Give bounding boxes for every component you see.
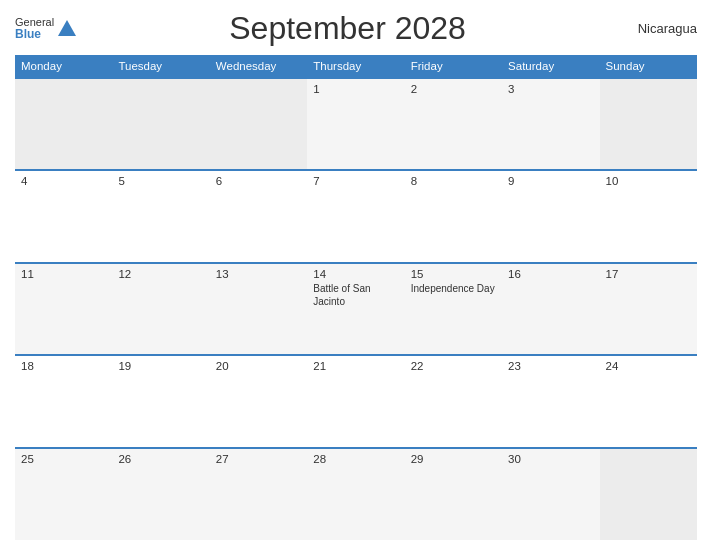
logo-text: General Blue (15, 16, 54, 41)
day-number: 2 (411, 83, 496, 95)
calendar-cell (15, 78, 112, 170)
calendar-cell: 18 (15, 355, 112, 447)
day-number: 3 (508, 83, 593, 95)
col-thursday: Thursday (307, 55, 404, 78)
col-wednesday: Wednesday (210, 55, 307, 78)
calendar-week-2: 45678910 (15, 170, 697, 262)
calendar-cell: 5 (112, 170, 209, 262)
day-number: 17 (606, 268, 691, 280)
calendar-cell: 1 (307, 78, 404, 170)
logo: General Blue (15, 16, 78, 41)
day-number: 25 (21, 453, 106, 465)
calendar-cell: 8 (405, 170, 502, 262)
calendar-cell (600, 448, 697, 540)
calendar-cell: 23 (502, 355, 599, 447)
calendar-week-1: 123 (15, 78, 697, 170)
calendar-cell: 4 (15, 170, 112, 262)
day-number: 26 (118, 453, 203, 465)
day-number: 22 (411, 360, 496, 372)
calendar-cell: 21 (307, 355, 404, 447)
day-number: 18 (21, 360, 106, 372)
day-number: 10 (606, 175, 691, 187)
calendar-cell (210, 78, 307, 170)
day-number: 23 (508, 360, 593, 372)
day-number: 13 (216, 268, 301, 280)
col-monday: Monday (15, 55, 112, 78)
day-number: 4 (21, 175, 106, 187)
svg-marker-0 (58, 20, 76, 36)
calendar-cell: 26 (112, 448, 209, 540)
day-number: 21 (313, 360, 398, 372)
calendar-table: Monday Tuesday Wednesday Thursday Friday… (15, 55, 697, 540)
calendar-cell (112, 78, 209, 170)
day-number: 20 (216, 360, 301, 372)
calendar-cell: 12 (112, 263, 209, 355)
calendar-cell: 9 (502, 170, 599, 262)
day-number: 6 (216, 175, 301, 187)
days-header: Monday Tuesday Wednesday Thursday Friday… (15, 55, 697, 78)
col-sunday: Sunday (600, 55, 697, 78)
calendar-week-3: 11121314Battle of San Jacinto15Independe… (15, 263, 697, 355)
calendar-page: General Blue September 2028 Nicaragua Mo… (0, 0, 712, 550)
calendar-week-5: 252627282930 (15, 448, 697, 540)
calendar-cell: 2 (405, 78, 502, 170)
calendar-cell: 24 (600, 355, 697, 447)
day-number: 9 (508, 175, 593, 187)
day-number: 7 (313, 175, 398, 187)
day-number: 14 (313, 268, 398, 280)
calendar-cell: 17 (600, 263, 697, 355)
calendar-cell: 27 (210, 448, 307, 540)
calendar-cell: 6 (210, 170, 307, 262)
calendar-cell: 7 (307, 170, 404, 262)
day-number: 19 (118, 360, 203, 372)
day-number: 28 (313, 453, 398, 465)
day-number: 12 (118, 268, 203, 280)
day-number: 16 (508, 268, 593, 280)
day-number: 24 (606, 360, 691, 372)
calendar-cell: 22 (405, 355, 502, 447)
calendar-cell: 10 (600, 170, 697, 262)
calendar-cell: 11 (15, 263, 112, 355)
calendar-title: September 2028 (78, 10, 617, 47)
day-number: 15 (411, 268, 496, 280)
calendar-cell: 29 (405, 448, 502, 540)
logo-icon (56, 18, 78, 40)
col-saturday: Saturday (502, 55, 599, 78)
day-number: 11 (21, 268, 106, 280)
calendar-cell (600, 78, 697, 170)
calendar-cell: 14Battle of San Jacinto (307, 263, 404, 355)
col-tuesday: Tuesday (112, 55, 209, 78)
calendar-cell: 20 (210, 355, 307, 447)
event-label: Battle of San Jacinto (313, 283, 370, 307)
col-friday: Friday (405, 55, 502, 78)
calendar-header-row: Monday Tuesday Wednesday Thursday Friday… (15, 55, 697, 78)
calendar-header: General Blue September 2028 Nicaragua (15, 10, 697, 47)
day-number: 27 (216, 453, 301, 465)
country-label: Nicaragua (617, 21, 697, 36)
calendar-cell: 16 (502, 263, 599, 355)
calendar-body: 1234567891011121314Battle of San Jacinto… (15, 78, 697, 540)
calendar-cell: 19 (112, 355, 209, 447)
calendar-cell: 3 (502, 78, 599, 170)
calendar-week-4: 18192021222324 (15, 355, 697, 447)
day-number: 8 (411, 175, 496, 187)
day-number: 1 (313, 83, 398, 95)
day-number: 29 (411, 453, 496, 465)
calendar-cell: 13 (210, 263, 307, 355)
calendar-cell: 25 (15, 448, 112, 540)
calendar-cell: 15Independence Day (405, 263, 502, 355)
day-number: 30 (508, 453, 593, 465)
day-number: 5 (118, 175, 203, 187)
calendar-cell: 30 (502, 448, 599, 540)
logo-blue-text: Blue (15, 28, 54, 41)
calendar-cell: 28 (307, 448, 404, 540)
event-label: Independence Day (411, 283, 495, 294)
